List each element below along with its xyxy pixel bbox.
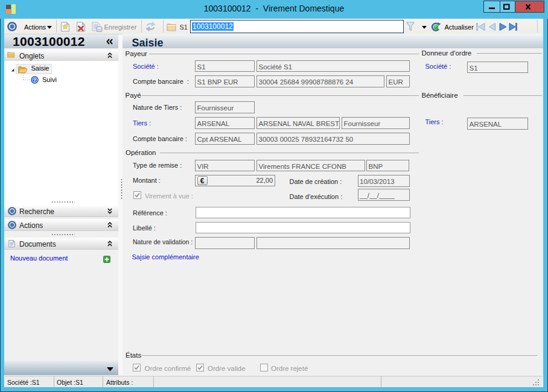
svg-text:?: ? [33, 77, 36, 83]
